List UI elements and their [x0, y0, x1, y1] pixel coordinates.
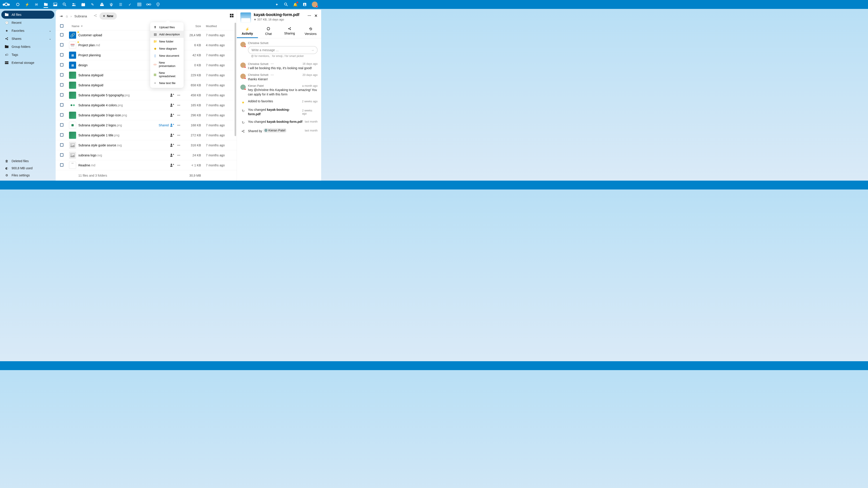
share-icon[interactable]: +: [169, 113, 175, 117]
file-name[interactable]: Subrana styleguide 2 logos.png: [79, 124, 153, 127]
row-actions-icon[interactable]: ⋯: [175, 133, 182, 137]
sidebar-footer-files-settings[interactable]: ⚙ Files settings: [1, 172, 54, 179]
file-name[interactable]: Customer upload: [79, 33, 153, 37]
file-name[interactable]: Subrana styleguide 5 typography.png: [79, 93, 153, 97]
row-checkbox[interactable]: [60, 63, 63, 66]
contacts-menu-icon[interactable]: [303, 2, 307, 7]
tab-sharing[interactable]: Sharing: [279, 25, 300, 38]
contacts-icon[interactable]: [72, 2, 76, 7]
new-menu-new-text-file[interactable]: ≡ New text file: [150, 79, 184, 87]
share-breadcrumb-icon[interactable]: [94, 14, 97, 18]
row-checkbox[interactable]: [60, 83, 63, 87]
row-checkbox[interactable]: [60, 43, 63, 46]
calendar-icon[interactable]: [81, 2, 86, 7]
row-actions-icon[interactable]: ⋯: [175, 124, 182, 127]
file-row[interactable]: Subrana styleguid Shared + ⋯ 658 KB 7 mo…: [56, 80, 237, 90]
comment-actions-icon[interactable]: ⋯: [271, 62, 274, 66]
row-checkbox[interactable]: [60, 163, 63, 167]
grid-view-icon[interactable]: [230, 14, 234, 18]
logo[interactable]: ●O●: [2, 2, 9, 7]
share-icon[interactable]: +: [169, 93, 175, 97]
file-name[interactable]: Project plan.md: [79, 43, 153, 47]
file-row[interactable]: Subrana style guide source.svg + ⋯ 316 K…: [56, 140, 237, 150]
share-icon[interactable]: +: [169, 163, 175, 167]
sidebar-item-external-storage[interactable]: External storage: [1, 59, 54, 67]
notes-icon[interactable]: ✎: [90, 2, 95, 7]
files-icon[interactable]: [43, 3, 48, 8]
file-row[interactable]: design + ⋯ 0 KB 7 months ago: [56, 60, 237, 70]
file-name[interactable]: Subrana styleguide 3 logo icon.png: [79, 113, 153, 117]
select-all-checkbox[interactable]: [60, 24, 63, 28]
notifications-icon[interactable]: 🔔: [293, 2, 298, 7]
file-row[interactable]: 🔗★ Customer upload Shared ⋯ 28,4 MB 7 mo…: [56, 30, 237, 40]
assistant-icon[interactable]: ✦: [274, 2, 279, 7]
file-name[interactable]: Readme.md: [79, 163, 153, 167]
row-actions-icon[interactable]: ⋯: [175, 154, 182, 157]
row-actions-icon[interactable]: ⋯: [175, 163, 182, 167]
row-checkbox[interactable]: [60, 73, 63, 76]
file-name[interactable]: design: [79, 63, 153, 67]
file-row[interactable]: Subrana styleguide 3 logo icon.png + ⋯ 2…: [56, 110, 237, 120]
message-input-box[interactable]: →: [248, 46, 318, 54]
sidebar-item-group-folders[interactable]: Group folders: [1, 43, 54, 51]
file-name[interactable]: Subrana styleguid: [79, 73, 153, 77]
sidebar-item-shares[interactable]: Shares ⌄: [1, 35, 54, 43]
row-checkbox[interactable]: [60, 153, 63, 157]
row-checkbox[interactable]: [60, 53, 63, 57]
col-modified[interactable]: Modified: [201, 25, 232, 28]
close-icon[interactable]: ✕: [314, 13, 318, 18]
new-menu-new-folder[interactable]: 📁 New folder: [150, 38, 184, 45]
new-button[interactable]: + New: [99, 12, 117, 20]
comment-actions-icon[interactable]: ⋯: [271, 73, 274, 77]
file-row[interactable]: Project planning + ⋯ 42 KB 7 months ago: [56, 50, 237, 60]
home-icon[interactable]: ⌂: [66, 14, 68, 18]
share-icon[interactable]: +: [169, 103, 175, 107]
file-row[interactable]: ★ Project plan.md Shared + ⋯ 6 KB 4 mont…: [56, 40, 237, 50]
dashboard-icon[interactable]: [16, 2, 20, 7]
new-menu-upload-files[interactable]: ⬆ Upload files: [150, 24, 184, 31]
sidebar-item-favorites[interactable]: ★ Favorites ⌄: [1, 27, 54, 35]
sidebar-footer-900-8-mb-used[interactable]: ◐ 900,8 MB used: [1, 165, 54, 172]
tasks-icon[interactable]: ✓: [128, 2, 132, 7]
list-icon[interactable]: ☰: [118, 2, 123, 7]
link-icon[interactable]: [147, 2, 151, 7]
tab-versions[interactable]: Versions: [300, 25, 321, 38]
file-name[interactable]: Subrana styleguid: [79, 84, 153, 87]
row-actions-icon[interactable]: ⋯: [175, 103, 182, 107]
message-input[interactable]: [251, 48, 311, 52]
new-menu-new-diagram[interactable]: ◆ New diagram: [150, 45, 184, 52]
tables-icon[interactable]: [137, 2, 142, 7]
row-actions-icon[interactable]: ⋯: [175, 113, 182, 117]
tab-chat[interactable]: Chat: [258, 25, 279, 38]
file-name[interactable]: Subrana styleguide 4 colors.png: [79, 103, 153, 107]
row-checkbox[interactable]: [60, 113, 63, 117]
send-icon[interactable]: →: [311, 48, 314, 52]
user-avatar[interactable]: [312, 2, 318, 7]
scrollbar[interactable]: [235, 23, 236, 146]
tab-activity[interactable]: ⚡ Activity: [237, 25, 258, 38]
file-name[interactable]: Subrana style guide source.svg: [79, 143, 153, 147]
search-icon[interactable]: [62, 2, 67, 7]
row-checkbox[interactable]: [60, 93, 63, 97]
file-row[interactable]: Subrana styleguide 2 logos.png Shared + …: [56, 120, 237, 130]
bookmark-icon[interactable]: [109, 2, 114, 7]
col-name[interactable]: Name ▼: [69, 25, 150, 28]
new-menu-add-description[interactable]: ▤ Add description: [150, 31, 184, 38]
file-row[interactable]: Subrana styleguide 5 typography.png + ⋯ …: [56, 90, 237, 100]
deck-icon[interactable]: [100, 2, 104, 7]
toggle-sidebar-icon[interactable]: ⇥: [59, 14, 63, 18]
sidebar-item-all-files[interactable]: All files: [1, 11, 54, 19]
sidebar-item-recent[interactable]: 🕓 Recent: [1, 19, 54, 27]
row-checkbox[interactable]: [60, 123, 63, 127]
share-icon[interactable]: +: [169, 133, 175, 137]
sidebar-item-tags[interactable]: 🏷 Tags: [1, 51, 54, 59]
share-icon[interactable]: +: [169, 154, 175, 157]
maps-icon[interactable]: [156, 2, 160, 7]
row-actions-icon[interactable]: ⋯: [175, 143, 182, 147]
new-menu-new-spreadsheet[interactable]: ▦ New spreadsheet: [150, 69, 184, 79]
new-menu-new-presentation[interactable]: ▭ New presentation: [150, 59, 184, 69]
more-actions-icon[interactable]: ⋯: [308, 13, 311, 18]
row-checkbox[interactable]: [60, 33, 63, 36]
crumb-current[interactable]: Subrana: [74, 14, 87, 18]
user-chip[interactable]: Kieran Patel: [263, 128, 287, 133]
